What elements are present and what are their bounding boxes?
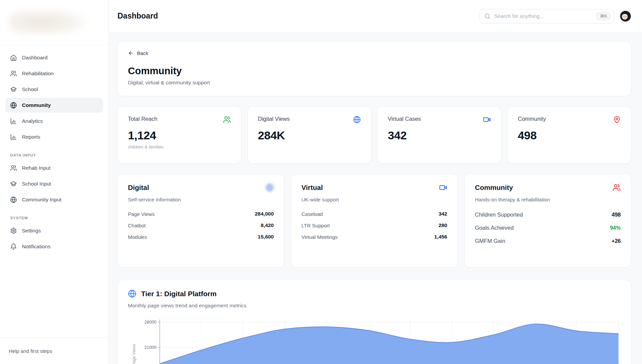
- back-button[interactable]: Back: [128, 50, 148, 56]
- stat-card-virtual-cases: Virtual Cases 342: [377, 106, 501, 164]
- sidebar-item-label: Dashboard: [22, 55, 48, 61]
- arrow-left-icon: [128, 50, 134, 56]
- metric-label: LTR Support: [301, 223, 330, 228]
- metric-row: Caseload342: [301, 208, 447, 220]
- sidebar-item-reports[interactable]: Reports: [5, 130, 103, 144]
- stat-value: 342: [388, 129, 491, 142]
- back-label: Back: [137, 50, 148, 56]
- main-column: Dashboard ⌘K: [109, 0, 642, 364]
- globe-icon: [128, 289, 136, 298]
- blurred-logo: [9, 9, 87, 35]
- stat-sublabel: children & families: [128, 144, 231, 149]
- metric-value: 284,000: [255, 211, 274, 217]
- stat-label: Total Reach: [128, 116, 157, 122]
- graduation-cap-icon: [10, 86, 17, 93]
- bar-chart-icon: [10, 134, 17, 140]
- detail-title: Virtual: [301, 184, 323, 192]
- metric-value: 498: [612, 212, 621, 218]
- metric-label: Modules: [128, 234, 147, 240]
- metric-label: GMFM Gain: [475, 238, 505, 244]
- home-icon: [10, 54, 17, 61]
- sidebar-item-label: Rehabilitation: [22, 71, 54, 77]
- metric-row: GMFM Gain+26: [475, 234, 621, 248]
- search-input[interactable]: [494, 13, 596, 19]
- sidebar-item-label: Community: [22, 102, 51, 108]
- sidebar-item-notifications[interactable]: Notifications: [5, 239, 103, 254]
- users-icon: [10, 165, 17, 171]
- metric-value: +26: [612, 238, 621, 244]
- metric-row: Modules15,600: [128, 231, 274, 243]
- bell-icon: [10, 243, 17, 250]
- sidebar-item-label: School: [22, 86, 38, 92]
- svg-text:28000: 28000: [144, 319, 157, 325]
- metric-row: Goals Achieved94%: [475, 221, 621, 234]
- globe-icon: [10, 196, 17, 203]
- topbar-right: ⌘K: [479, 9, 631, 23]
- metric-value: 280: [438, 222, 447, 228]
- sidebar-item-settings[interactable]: Settings: [5, 223, 103, 238]
- detail-cards-row: Digital Self-service information Page Vi…: [117, 174, 631, 268]
- globe-icon: [266, 184, 274, 192]
- metric-row: LTR Support280: [301, 220, 447, 231]
- stat-label: Digital Views: [258, 116, 290, 122]
- search-icon: [484, 13, 490, 19]
- detail-card-community: Community Hands-on therapy & rehabilitat…: [464, 174, 631, 268]
- video-icon: [483, 116, 491, 123]
- avatar-face-icon: [620, 10, 631, 22]
- sidebar-item-school-input[interactable]: School Input: [5, 176, 103, 191]
- map-pin-icon: [613, 116, 621, 123]
- section-label-data-input: DATA INPUT: [10, 153, 98, 157]
- detail-card-digital: Digital Self-service information Page Vi…: [117, 174, 284, 268]
- logo-area: [0, 0, 108, 45]
- stat-label: Community: [518, 116, 546, 122]
- sidebar-item-community[interactable]: Community: [5, 98, 103, 113]
- stat-card-total-reach: Total Reach 1,124 children & families: [117, 106, 241, 164]
- globe-icon: [353, 116, 361, 123]
- detail-subtitle: UK-wide support: [301, 197, 447, 202]
- stat-card-community: Community 498: [507, 106, 631, 164]
- gear-icon: [10, 227, 17, 234]
- sidebar-item-analytics[interactable]: Analytics: [5, 114, 103, 129]
- stat-card-digital-views: Digital Views 284K: [247, 106, 371, 164]
- sidebar-item-rehab-input[interactable]: Rehab Input: [5, 161, 103, 175]
- stat-value: 498: [518, 129, 621, 142]
- detail-card-virtual: Virtual UK-wide support Caseload342 LTR …: [291, 174, 458, 268]
- video-icon: [439, 184, 447, 192]
- hero-title: Community: [128, 65, 621, 77]
- sidebar-item-rehabilitation[interactable]: Rehabilitation: [5, 66, 103, 81]
- sidebar-item-community-input[interactable]: Community Input: [5, 192, 103, 207]
- tier1-chart-card: Tier 1: Digital Platform Monthly page vi…: [117, 280, 631, 364]
- metric-label: Virtual Meetings: [301, 234, 338, 240]
- metric-row: Page Views284,000: [128, 208, 274, 220]
- stat-value: 284K: [258, 129, 361, 142]
- graduation-cap-icon: [10, 180, 17, 187]
- metric-row: Virtual Meetings1,456: [301, 231, 447, 243]
- sidebar-item-label: School Input: [22, 181, 51, 187]
- sidebar-item-label: Reports: [22, 134, 40, 140]
- sidebar-nav: Dashboard Rehabilitation School Communit…: [0, 45, 108, 255]
- hero-card: Back Community Digital, virtual & commun…: [117, 41, 631, 96]
- sidebar-item-dashboard[interactable]: Dashboard: [5, 50, 103, 65]
- metric-row: Chatbot8,420: [128, 220, 274, 231]
- sidebar-item-label: Community Input: [22, 197, 61, 203]
- metric-label: Goals Achieved: [475, 225, 514, 231]
- sidebar-item-label: Rehab Input: [22, 165, 50, 171]
- sidebar: Dashboard Rehabilitation School Communit…: [0, 0, 109, 364]
- metric-value: 94%: [610, 225, 621, 231]
- search-box[interactable]: ⌘K: [479, 9, 614, 23]
- page-title: Dashboard: [117, 11, 158, 21]
- stat-label: Virtual Cases: [388, 116, 421, 122]
- search-shortcut-badge: ⌘K: [596, 12, 611, 20]
- sidebar-item-label: Notifications: [22, 244, 50, 250]
- metric-row: Children Supported498: [475, 208, 621, 221]
- users-icon: [223, 116, 231, 123]
- bar-chart-icon: [10, 118, 17, 124]
- detail-subtitle: Self-service information: [128, 197, 274, 202]
- sidebar-item-school[interactable]: School: [5, 82, 103, 97]
- avatar[interactable]: [620, 10, 631, 22]
- help-link[interactable]: Help and first steps: [0, 338, 108, 364]
- chart-title: Tier 1: Digital Platform: [141, 290, 217, 298]
- detail-subtitle: Hands-on therapy & rehabilitation: [475, 197, 621, 202]
- svg-text:Page Views: Page Views: [132, 344, 136, 364]
- metric-value: 342: [438, 211, 447, 217]
